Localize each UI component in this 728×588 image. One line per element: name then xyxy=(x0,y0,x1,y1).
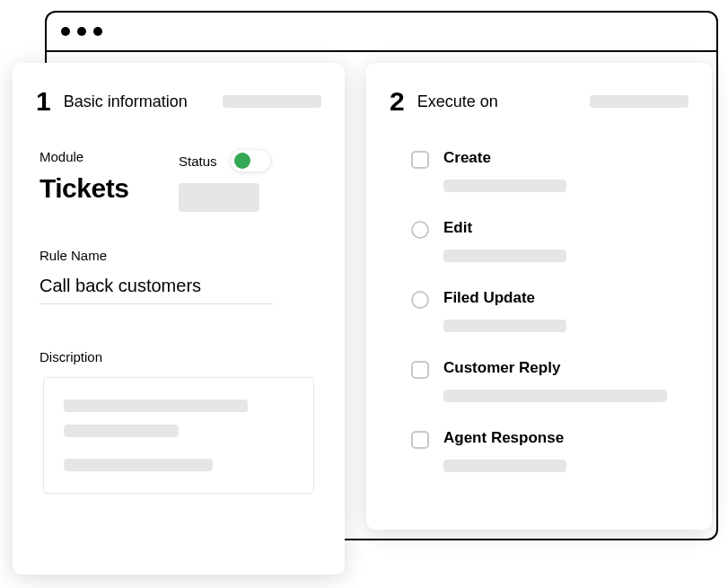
rule-name-label: Rule Name xyxy=(39,248,318,263)
placeholder-bar xyxy=(590,95,689,108)
placeholder-bar xyxy=(64,399,248,412)
checkbox-icon[interactable] xyxy=(411,431,429,449)
option-body: Customer Reply xyxy=(443,359,667,402)
status-toggle[interactable] xyxy=(230,149,271,172)
option-label: Edit xyxy=(443,219,667,237)
option-label: Customer Reply xyxy=(443,359,667,377)
placeholder-bar xyxy=(179,183,259,212)
execute-option[interactable]: Filed Update xyxy=(390,289,689,332)
panel-heading: 1 Basic information xyxy=(36,86,321,117)
option-body: Filed Update xyxy=(443,289,667,332)
step-number: 2 xyxy=(390,86,405,117)
execute-on-panel: 2 Execute on CreateEditFiled UpdateCusto… xyxy=(366,63,712,530)
execute-option[interactable]: Agent Response xyxy=(390,429,689,472)
rule-name-input[interactable]: Call back customers xyxy=(39,276,273,304)
placeholder-bar xyxy=(64,425,179,437)
option-label: Create xyxy=(443,149,667,167)
window-titlebar xyxy=(47,13,716,52)
checkbox-icon[interactable] xyxy=(411,151,429,169)
placeholder-bar xyxy=(443,180,566,192)
panel-title: Basic information xyxy=(64,92,188,111)
execute-option[interactable]: Edit xyxy=(390,219,689,262)
window-control-dot-icon xyxy=(61,27,70,36)
placeholder-bar xyxy=(443,320,566,332)
execute-option[interactable]: Customer Reply xyxy=(390,359,689,402)
option-label: Agent Response xyxy=(443,429,667,447)
radio-icon[interactable] xyxy=(411,221,429,239)
option-body: Edit xyxy=(443,219,667,262)
module-value: Tickets xyxy=(39,173,179,204)
checkbox-icon[interactable] xyxy=(411,361,429,379)
placeholder-bar xyxy=(443,460,566,472)
description-input[interactable] xyxy=(43,377,314,494)
status-label: Status xyxy=(179,154,217,169)
step-number: 1 xyxy=(36,86,51,117)
description-label: Discription xyxy=(39,349,318,364)
placeholder-bar xyxy=(443,250,566,262)
window-control-dot-icon xyxy=(77,27,86,36)
execute-options-list: CreateEditFiled UpdateCustomer ReplyAgen… xyxy=(390,149,689,472)
placeholder-bar xyxy=(443,390,667,402)
window-control-dot-icon xyxy=(93,27,102,36)
placeholder-bar xyxy=(64,459,213,471)
rule-name-field: Rule Name Call back customers xyxy=(36,248,321,304)
module-label: Module xyxy=(39,149,179,164)
panel-title: Execute on xyxy=(417,92,498,111)
option-body: Agent Response xyxy=(443,429,667,472)
placeholder-bar xyxy=(223,95,321,108)
option-label: Filed Update xyxy=(443,289,667,307)
execute-option[interactable]: Create xyxy=(390,149,689,192)
basic-info-panel: 1 Basic information Module Tickets Statu… xyxy=(13,63,345,575)
radio-icon[interactable] xyxy=(411,291,429,309)
option-body: Create xyxy=(443,149,667,192)
panel-heading: 2 Execute on xyxy=(390,86,689,117)
